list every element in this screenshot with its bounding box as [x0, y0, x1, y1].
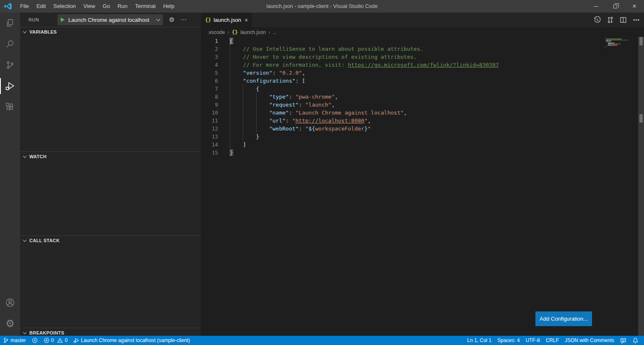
- menu-run[interactable]: Run: [114, 3, 131, 9]
- line-number[interactable]: 8: [201, 93, 218, 101]
- indentation-status[interactable]: Spaces: 4: [494, 336, 522, 345]
- minimap-line: [620, 44, 621, 44]
- code-token: "launch": [305, 102, 332, 108]
- settings-button[interactable]: ⚙: [0, 313, 20, 334]
- code-line[interactable]: 2 // Use IntelliSense to learn about pos…: [201, 45, 644, 53]
- problems-status[interactable]: 0 0: [41, 336, 70, 345]
- search-icon: [5, 39, 15, 49]
- configure-gear-icon[interactable]: ⚙: [169, 16, 174, 24]
- line-content: }: [218, 133, 259, 141]
- code-token: [230, 118, 269, 124]
- breadcrumb-item-symbol[interactable]: ...: [273, 29, 277, 35]
- code-line[interactable]: 12 "webRoot": "${workspaceFolder}": [201, 125, 644, 133]
- restore-button[interactable]: [605, 0, 625, 13]
- tab-launch-json[interactable]: {} launch.json ×: [201, 13, 252, 27]
- menu-go[interactable]: Go: [99, 3, 114, 9]
- code-token: [230, 78, 243, 84]
- feedback-button[interactable]: [617, 336, 629, 345]
- gear-icon: ⚙: [5, 318, 15, 329]
- line-number[interactable]: 12: [201, 125, 218, 133]
- code-line[interactable]: 11 "url": "http://localhost:8080",: [201, 117, 644, 125]
- line-number[interactable]: 3: [201, 53, 218, 61]
- close-button[interactable]: ×: [625, 0, 644, 13]
- breadcrumb-item-file[interactable]: launch.json: [240, 29, 266, 35]
- more-actions-icon[interactable]: ⋯: [181, 16, 187, 24]
- code-token: "configurations": [243, 78, 295, 84]
- chevron-down-icon: [23, 330, 26, 334]
- line-number[interactable]: 4: [201, 61, 218, 69]
- activity-bar-bottom: ⚙: [0, 292, 20, 334]
- line-number[interactable]: 15: [201, 149, 218, 157]
- tab-close-icon[interactable]: ×: [244, 17, 248, 24]
- line-number[interactable]: 2: [201, 45, 218, 53]
- more-actions-icon[interactable]: [633, 16, 640, 24]
- breadcrumb-item-vscode[interactable]: .vscode: [208, 29, 225, 35]
- sidebar-item-run-and-debug[interactable]: [0, 76, 20, 97]
- debug-configuration-dropdown[interactable]: Launch Chrome against localhost: [57, 14, 163, 25]
- sidebar-item-source-control[interactable]: [0, 55, 20, 76]
- code-line[interactable]: 1{: [201, 37, 644, 45]
- encoding-status[interactable]: UTF-8: [523, 336, 543, 345]
- start-debugging-icon[interactable]: [61, 18, 65, 22]
- code-line[interactable]: 8 "type": "pwa-chrome",: [201, 93, 644, 101]
- editor-group: {} launch.json × .vscode › {} launch.jso…: [201, 13, 644, 336]
- code-area[interactable]: 1{2 // Use IntelliSense to learn about p…: [201, 37, 644, 336]
- indent-guide: [230, 45, 230, 149]
- sidebar-item-search[interactable]: [0, 34, 20, 55]
- account-button[interactable]: [0, 292, 20, 313]
- language-mode-status[interactable]: JSON with Comments: [562, 336, 617, 345]
- scrollbar[interactable]: [638, 37, 644, 336]
- timeline-history-icon[interactable]: [594, 16, 601, 24]
- line-number[interactable]: 1: [201, 37, 218, 45]
- code-line[interactable]: 6 "configurations": [: [201, 77, 644, 85]
- code-token: "version": [243, 70, 272, 76]
- section-header-watch[interactable]: WATCH: [20, 152, 201, 161]
- line-number[interactable]: 14: [201, 141, 218, 149]
- code-line[interactable]: 7 {: [201, 85, 644, 93]
- line-number[interactable]: 11: [201, 117, 218, 125]
- line-number[interactable]: 7: [201, 85, 218, 93]
- code-line[interactable]: 13 }: [201, 133, 644, 141]
- menu-view[interactable]: View: [80, 3, 99, 9]
- line-number[interactable]: 5: [201, 69, 218, 77]
- json-file-icon: {}: [205, 17, 211, 23]
- line-number[interactable]: 10: [201, 109, 218, 117]
- line-number[interactable]: 13: [201, 133, 218, 141]
- code-token: "name": [269, 110, 289, 116]
- code-token: }: [230, 149, 233, 156]
- sidebar-item-extensions[interactable]: [0, 97, 20, 118]
- split-editor-icon[interactable]: [620, 16, 627, 24]
- minimap[interactable]: [604, 37, 638, 56]
- line-number[interactable]: 9: [201, 101, 218, 109]
- code-line[interactable]: 4 // For more information, visit: https:…: [201, 61, 644, 69]
- code-line[interactable]: 9 "request": "launch",: [201, 101, 644, 109]
- add-configuration-button[interactable]: Add Configuration...: [535, 311, 592, 326]
- menu-selection[interactable]: Selection: [49, 3, 79, 9]
- debug-status[interactable]: Launch Chrome against localhost (sample-…: [70, 336, 193, 345]
- code-line[interactable]: 5 "version": "0.2.0",: [201, 69, 644, 77]
- notifications-button[interactable]: [629, 336, 641, 345]
- code-token: ": [364, 118, 368, 124]
- code-line[interactable]: 3 // Hover to view descriptions of exist…: [201, 53, 644, 61]
- menu-terminal[interactable]: Terminal: [131, 3, 159, 9]
- menu-edit[interactable]: Edit: [33, 3, 49, 9]
- minimize-button[interactable]: [586, 0, 605, 13]
- code-line[interactable]: 15}: [201, 149, 644, 157]
- menu-file[interactable]: File: [16, 3, 33, 9]
- section-header-variables[interactable]: VARIABLES: [20, 27, 201, 37]
- code-token: "type": [269, 94, 289, 100]
- menu-help[interactable]: Help: [159, 3, 178, 9]
- cursor-position-status[interactable]: Ln 1, Col 1: [464, 336, 494, 345]
- line-content: // Hover to view descriptions of existin…: [218, 53, 417, 61]
- compare-changes-icon[interactable]: [607, 16, 614, 24]
- section-header-call-stack[interactable]: CALL STACK: [20, 236, 201, 245]
- branch-status[interactable]: master: [0, 336, 29, 345]
- publish-changes-button[interactable]: [29, 336, 41, 345]
- code-line[interactable]: 10 "name": "Launch Chrome against localh…: [201, 109, 644, 117]
- code-line[interactable]: 14 ]: [201, 141, 644, 149]
- minimap-line: [612, 45, 617, 46]
- eol-status[interactable]: CRLF: [543, 336, 562, 345]
- line-number[interactable]: 6: [201, 77, 218, 85]
- indent-guide: [243, 85, 243, 141]
- sidebar-item-explorer[interactable]: [0, 13, 20, 34]
